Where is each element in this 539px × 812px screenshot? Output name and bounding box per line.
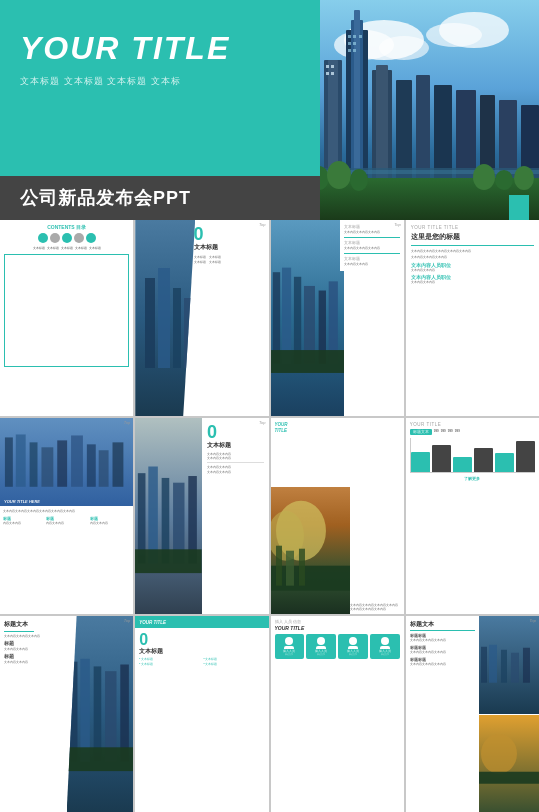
svg-rect-11 (331, 72, 334, 75)
svg-rect-86 (479, 771, 539, 783)
hero-slide: YOUR TITLE 文本标题 文本标题 文本标题 文本标 公司新品发布会PPT (0, 0, 539, 220)
svg-rect-78 (120, 665, 129, 762)
slide1-icons (4, 233, 129, 243)
svg-rect-52 (5, 437, 13, 486)
svg-rect-80 (481, 647, 487, 683)
slide8-content: YOUR TITLE 标题文本 999 999 999 999 了解更多 (406, 418, 539, 485)
svg-rect-15 (348, 35, 351, 38)
svg-rect-58 (87, 444, 96, 486)
slide-7[interactable]: YOUR TITLE 文本内容文本内容文本内容文本内容文本内容文本内容文本内容 (271, 418, 404, 614)
slides-grid: CONTENTS 目录 文本标题 文本标题 文本标题 文本标题 文本标题 (0, 220, 539, 812)
svg-rect-19 (353, 42, 356, 45)
slide-8[interactable]: YOUR TITLE 标题文本 999 999 999 999 了解更多 (406, 418, 539, 614)
svg-rect-63 (149, 467, 159, 564)
svg-rect-25 (416, 75, 430, 180)
svg-rect-74 (69, 662, 77, 762)
svg-rect-10 (326, 72, 329, 75)
svg-rect-57 (71, 435, 83, 486)
slide11-content: 插入人员信息 YOUR TITLE 插入人员 职位文字 插入人员 职位文字 (271, 616, 404, 663)
svg-rect-16 (353, 35, 356, 38)
slide5-content: 文本内容文本内容文本内容文本内容文本内容文本内容 标题 内容文本内容 标题 内容… (0, 506, 133, 528)
svg-rect-45 (281, 268, 290, 364)
slide-11[interactable]: 插入人员信息 YOUR TITLE 插入人员 职位文字 插入人员 职位文字 (271, 616, 404, 812)
svg-rect-71 (275, 545, 281, 585)
slide7-photo (271, 487, 351, 614)
svg-rect-9 (331, 65, 334, 68)
svg-rect-42 (173, 288, 181, 368)
svg-rect-17 (359, 35, 362, 38)
slide-10[interactable]: YOUR TITLE 0 文本标题 • 文本标题 • 文本标题 • 文本标题 •… (135, 616, 268, 812)
slide4-content: YOUR TITLE TITLE 这里是您的标题 文本内容文本内容文本内容文本内… (406, 220, 539, 416)
svg-rect-50 (271, 350, 344, 373)
slide2-num: Top (259, 222, 266, 227)
slide-12[interactable]: 标题文本 标题标题 文本内容文本内容文本内容 标题标题 文本内容文本内容文本内容… (406, 616, 539, 812)
slide-4[interactable]: YOUR TITLE TITLE 这里是您的标题 文本内容文本内容文本内容文本内… (406, 220, 539, 416)
svg-point-3 (379, 36, 429, 60)
svg-point-35 (327, 161, 351, 189)
svg-rect-40 (145, 278, 155, 368)
slide10-content: 0 文本标题 • 文本标题 • 文本标题 • 文本标题 • 文本标题 (135, 628, 268, 671)
svg-rect-41 (158, 268, 170, 368)
svg-rect-73 (298, 548, 304, 585)
slide-9[interactable]: 标题文本 文本内容文本内容文本内容 标题 文本内容文本内容 标题 文本内容文本内… (0, 616, 133, 812)
svg-rect-23 (376, 65, 388, 180)
slide12-layout: 标题文本 标题标题 文本内容文本内容文本内容 标题标题 文本内容文本内容文本内容… (406, 616, 539, 812)
hero-image (304, 0, 539, 220)
svg-point-38 (495, 170, 513, 190)
svg-rect-82 (501, 650, 507, 683)
slide7-content: YOUR TITLE (271, 418, 404, 440)
slide10-header: YOUR TITLE (135, 616, 268, 628)
svg-point-5 (426, 23, 482, 47)
slide-6[interactable]: 0 文本标题 文本内容文本内容 文本内容文本内容 文本内容文本内容 文本内容文本… (135, 418, 268, 614)
slide-3[interactable]: 文本标题 文本内容文本内容文本内容 文本标题 文本内容文本内容文本内容 文本标题… (271, 220, 404, 416)
slide2-photo (135, 220, 195, 416)
slide3-num: Top (394, 222, 401, 227)
svg-rect-67 (135, 549, 202, 573)
slide-5[interactable]: YOUR TITLE HERE 文本内容文本内容文本内容文本内容文本内容文本内容… (0, 418, 133, 614)
slide-1[interactable]: CONTENTS 目录 文本标题 文本标题 文本标题 文本标题 文本标题 (0, 220, 133, 416)
hero-accent-rect (509, 195, 529, 220)
svg-rect-84 (523, 648, 530, 683)
svg-rect-43 (184, 298, 194, 368)
hero-left-panel: YOUR TITLE 文本标题 文本标题 文本标题 文本标 公司新品发布会PPT (0, 0, 320, 220)
svg-rect-60 (113, 442, 124, 486)
svg-rect-21 (353, 49, 356, 52)
svg-rect-75 (80, 659, 90, 762)
slide5-photo: YOUR TITLE HERE (0, 418, 133, 506)
slide2-content: 0 文本标题 文本标题 文本标题 文本标题 文本标题 (189, 220, 269, 270)
svg-rect-24 (396, 80, 412, 180)
svg-rect-79 (67, 747, 134, 771)
slide9-layout: 标题文本 文本内容文本内容文本内容 标题 文本内容文本内容 标题 文本内容文本内… (0, 616, 133, 812)
slide12-num: Top (529, 618, 536, 623)
slide-2[interactable]: 0 文本标题 文本标题 文本标题 文本标题 文本标题 Top (135, 220, 268, 416)
slide3-photo (271, 220, 344, 416)
svg-rect-26 (434, 85, 452, 180)
hero-subtitle: 文本标题 文本标题 文本标题 文本标 (20, 75, 300, 88)
hero-bottom-bar: 公司新品发布会PPT (0, 176, 320, 220)
svg-rect-55 (41, 447, 53, 486)
slide7-text: 文本内容文本内容文本内容文本内容文本内容文本内容文本内容 (350, 603, 401, 611)
svg-point-37 (473, 164, 495, 190)
slide3-content: 文本标题 文本内容文本内容文本内容 文本标题 文本内容文本内容文本内容 文本标题… (340, 220, 404, 271)
svg-point-39 (514, 166, 534, 190)
svg-rect-59 (99, 450, 109, 487)
slide6-layout: 0 文本标题 文本内容文本内容 文本内容文本内容 文本内容文本内容 文本内容文本… (135, 418, 268, 614)
slide5-num: Top (124, 420, 131, 425)
svg-rect-56 (57, 440, 67, 486)
svg-rect-54 (30, 442, 38, 486)
svg-point-36 (350, 169, 368, 191)
svg-point-85 (481, 733, 517, 773)
svg-rect-8 (326, 65, 329, 68)
slide1-labels: 文本标题 文本标题 文本标题 文本标题 文本标题 (4, 246, 129, 250)
hero-main-heading: 公司新品发布会PPT (20, 186, 191, 210)
svg-rect-18 (348, 42, 351, 45)
svg-rect-72 (285, 550, 293, 585)
svg-rect-53 (16, 434, 26, 486)
svg-rect-27 (456, 90, 476, 180)
svg-rect-20 (348, 49, 351, 52)
svg-rect-83 (511, 653, 519, 683)
slide9-num: Top (124, 618, 131, 623)
svg-rect-81 (489, 645, 497, 683)
hero-title: YOUR TITLE (20, 30, 300, 67)
slide1-title: CONTENTS 目录 (4, 224, 129, 230)
